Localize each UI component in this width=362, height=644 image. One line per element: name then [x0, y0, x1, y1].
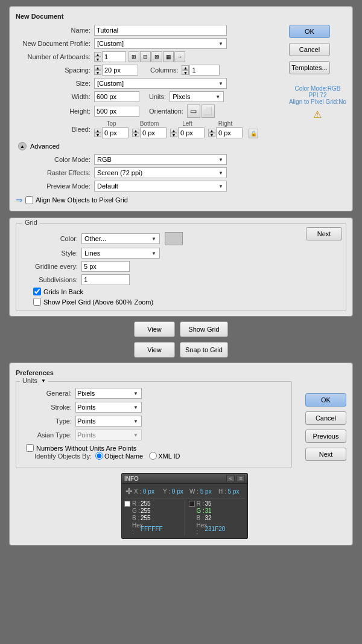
grid-style-label: Style: — [21, 250, 81, 257]
view-grid-row1: View Show Grid — [0, 321, 362, 337]
info-w-value: 5 px — [200, 488, 212, 495]
bleed-left-label: Left — [182, 120, 192, 127]
artboard-arrow-icon[interactable]: → — [174, 51, 185, 62]
show-pixel-grid-checkbox[interactable] — [33, 298, 41, 306]
columns-spinner: ▲ ▼ — [182, 65, 220, 76]
grids-in-back-checkbox[interactable] — [33, 288, 41, 295]
type-select[interactable]: Points ▼ — [75, 416, 142, 427]
portrait-button[interactable]: ▭ — [187, 105, 200, 118]
templates-button[interactable]: Templates... — [289, 61, 330, 74]
bleed-lock-icon[interactable]: 🔒 — [249, 129, 258, 138]
view-button-2[interactable]: View — [134, 342, 175, 358]
info-collapse-btn[interactable]: « — [226, 475, 235, 482]
info-color-col-2: R : 35 G : 31 B : 32 He — [189, 500, 246, 536]
width-input[interactable] — [94, 91, 139, 102]
columns-down[interactable]: ▼ — [182, 70, 189, 75]
align-checkbox[interactable] — [25, 196, 33, 204]
asian-type-label: Asian Type: — [21, 431, 75, 439]
bleed-top-up[interactable]: ▲ — [94, 129, 101, 133]
size-select[interactable]: [Custom] ▼ — [94, 78, 227, 89]
grid-color-select[interactable]: Other... ▼ — [81, 233, 160, 244]
size-value: [Custom] — [96, 80, 217, 87]
landscape-button[interactable]: ⬜ — [202, 105, 215, 118]
bleed-left-down[interactable]: ▼ — [170, 133, 177, 137]
artboards-down[interactable]: ▼ — [94, 57, 101, 62]
prefs-next-button[interactable]: Next — [305, 448, 346, 461]
info-menu-btn[interactable]: ≡ — [237, 475, 245, 482]
show-grid-button[interactable]: Show Grid — [180, 321, 228, 337]
numbers-checkbox[interactable] — [26, 444, 34, 452]
prefs-cancel-button[interactable]: Cancel — [305, 411, 346, 425]
bleed-top-down[interactable]: ▼ — [94, 133, 101, 137]
stroke-select[interactable]: Points ▼ — [75, 402, 142, 413]
info-wh-group: W : 5 px H : 5 px — [189, 488, 245, 495]
bleed-left-up[interactable]: ▲ — [170, 129, 177, 133]
artboard-grid-icon[interactable]: ⊞ — [129, 51, 139, 62]
align-checkbox-row: ⇒ Align New Objects to Pixel Grid — [16, 195, 346, 205]
bleed-bottom-group: Bottom ▲ ▼ — [132, 120, 167, 138]
asian-type-value: Points — [77, 431, 132, 439]
columns-input[interactable] — [189, 65, 220, 76]
view-button-1[interactable]: View — [134, 321, 175, 337]
preview-mode-dropdown-arrow: ▼ — [217, 184, 225, 189]
grid-color-swatch[interactable] — [165, 232, 183, 245]
grid-gridline-input[interactable] — [81, 261, 130, 272]
name-input[interactable] — [94, 25, 227, 36]
grid-style-value: Lines — [83, 250, 150, 257]
bleed-top-input[interactable] — [102, 127, 129, 138]
info-title: INFO — [124, 475, 139, 482]
ok-button[interactable]: OK — [289, 25, 330, 38]
info-r2-row: R : 35 — [189, 500, 246, 507]
artboard-col-icon[interactable]: ⊠ — [151, 51, 162, 62]
info-r1-row: R : 255 — [124, 500, 181, 507]
prefs-dialog-title: Preferences — [16, 369, 346, 376]
raster-effects-select[interactable]: Screen (72 ppi) ▼ — [94, 167, 227, 178]
spacing-label: Spacing: — [16, 66, 94, 74]
height-input[interactable] — [94, 106, 139, 117]
warning-icon: ⚠ — [289, 109, 346, 120]
preview-mode-select[interactable]: Default ▼ — [94, 181, 227, 192]
info-r1-label: R : — [132, 500, 141, 507]
show-pixel-grid-label: Show Pixel Grid (Above 600% Zoom) — [43, 298, 153, 306]
bleed-right-input[interactable] — [216, 127, 243, 138]
cancel-button[interactable]: Cancel — [289, 43, 330, 56]
spacing-up[interactable]: ▲ — [94, 65, 101, 70]
info-g2-label: G : — [197, 507, 205, 514]
grid-next-button[interactable]: Next — [306, 227, 342, 240]
artboard-row-icon[interactable]: ▦ — [163, 51, 174, 62]
artboard-grid2-icon[interactable]: ⊟ — [140, 51, 151, 62]
columns-up[interactable]: ▲ — [182, 65, 189, 70]
prefs-previous-button[interactable]: Previous — [305, 430, 346, 443]
grid-style-select[interactable]: Lines ▼ — [81, 248, 160, 259]
prefs-ok-button[interactable]: OK — [305, 393, 346, 407]
xml-id-radio[interactable] — [149, 452, 157, 460]
object-name-radio[interactable] — [95, 452, 103, 460]
grid-subdivisions-row: Subdivisions: — [21, 274, 341, 285]
info-divider — [124, 498, 245, 498]
grid-subdivisions-input[interactable] — [81, 274, 130, 285]
general-select[interactable]: Pixels ▼ — [75, 388, 142, 399]
advanced-header[interactable]: ▲ Advanced — [16, 142, 346, 150]
bleed-bottom-up[interactable]: ▲ — [132, 129, 139, 133]
size-label: Size: — [16, 80, 94, 87]
artboards-up[interactable]: ▲ — [94, 52, 101, 57]
bleed-top-input-row: ▲ ▼ — [94, 127, 129, 138]
info-r1-value: 255 — [141, 500, 151, 507]
bleed-right-down[interactable]: ▼ — [208, 133, 215, 137]
info-h-group: H : 5 px — [218, 488, 245, 495]
profile-select[interactable]: [Custom] ▼ — [94, 38, 227, 49]
spacing-input[interactable] — [102, 65, 138, 76]
grid-color-label: Color: — [21, 235, 81, 242]
spacing-arrows: ▲ ▼ — [94, 65, 101, 75]
info-h-label: H : — [218, 488, 228, 495]
bleed-bottom-input[interactable] — [140, 127, 167, 138]
color-mode-select[interactable]: RGB ▼ — [94, 154, 227, 165]
bleed-bottom-down[interactable]: ▼ — [132, 133, 139, 137]
snap-to-grid-button[interactable]: Snap to Grid — [180, 342, 228, 358]
artboards-input[interactable] — [102, 51, 126, 62]
bleed-right-up[interactable]: ▲ — [208, 129, 215, 133]
stroke-row: Stroke: Points ▼ — [21, 402, 287, 413]
spacing-down[interactable]: ▼ — [94, 70, 101, 75]
units-select[interactable]: Pixels ▼ — [170, 91, 224, 102]
bleed-left-input[interactable] — [178, 127, 205, 138]
